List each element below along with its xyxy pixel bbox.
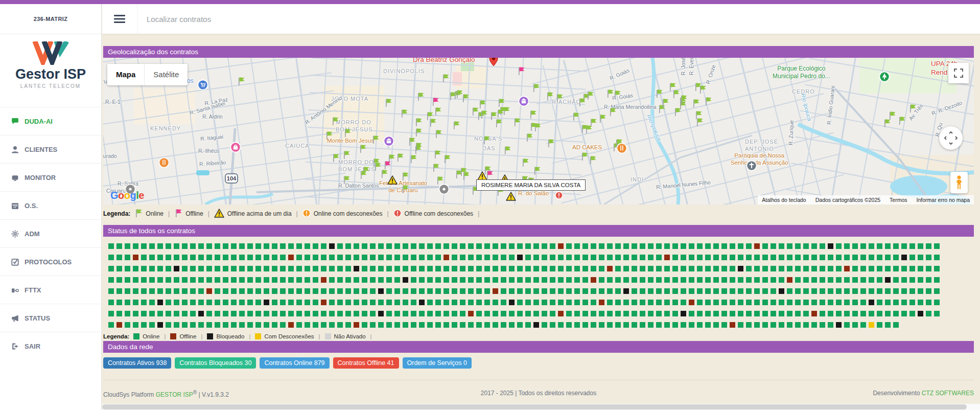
contract-square[interactable] (411, 255, 416, 260)
online-flag-marker[interactable] (503, 145, 511, 157)
contract-square[interactable] (116, 266, 122, 271)
online-flag-marker[interactable] (529, 109, 537, 121)
contract-square[interactable] (141, 266, 147, 271)
online-flag-marker[interactable] (613, 89, 621, 101)
contract-square[interactable] (476, 266, 482, 271)
contract-square[interactable] (607, 255, 613, 260)
contract-square[interactable] (550, 300, 555, 305)
online-flag-marker[interactable] (416, 92, 425, 103)
contract-square[interactable] (517, 266, 523, 271)
contract-square[interactable] (656, 266, 662, 271)
contract-square[interactable] (574, 300, 580, 305)
contract-square[interactable] (157, 300, 163, 305)
contract-square[interactable] (296, 266, 302, 271)
contract-square[interactable] (354, 300, 359, 305)
online-flag-marker[interactable] (371, 134, 380, 146)
online-flag-marker[interactable] (606, 88, 614, 100)
contract-square[interactable] (672, 277, 678, 283)
contract-square[interactable] (591, 300, 596, 305)
contract-square[interactable] (484, 288, 490, 294)
contract-square[interactable] (223, 300, 228, 305)
contract-square[interactable] (435, 288, 441, 294)
contract-square[interactable] (738, 243, 743, 249)
contract-square[interactable] (493, 311, 498, 316)
contract-square[interactable] (713, 288, 719, 294)
contract-square[interactable] (648, 243, 654, 249)
contract-square[interactable] (599, 266, 604, 271)
contract-square[interactable] (296, 288, 302, 294)
contract-square[interactable] (836, 277, 842, 283)
contract-square[interactable] (689, 300, 694, 305)
contract-square[interactable] (860, 311, 866, 316)
contract-square[interactable] (787, 300, 792, 305)
contract-square[interactable] (697, 300, 703, 305)
contract-square[interactable] (116, 255, 122, 260)
contract-square[interactable] (558, 288, 564, 294)
contract-square[interactable] (305, 300, 310, 305)
contract-square[interactable] (689, 255, 694, 260)
contract-square[interactable] (444, 277, 449, 283)
contract-square[interactable] (803, 311, 809, 316)
contract-square[interactable] (599, 277, 604, 283)
contract-square[interactable] (484, 322, 490, 328)
contract-square[interactable] (166, 322, 171, 328)
contract-square[interactable] (803, 322, 809, 328)
contract-square[interactable] (533, 288, 539, 294)
contract-square[interactable] (386, 288, 392, 294)
contract-square[interactable] (108, 322, 114, 328)
contract-square[interactable] (509, 322, 515, 328)
online-flag-marker[interactable] (698, 84, 707, 96)
contract-square[interactable] (296, 243, 302, 249)
contract-square[interactable] (239, 277, 245, 283)
contract-square[interactable] (869, 277, 874, 283)
online-flag-marker[interactable] (598, 113, 606, 125)
contract-square[interactable] (247, 243, 253, 249)
contract-square[interactable] (313, 243, 318, 249)
contract-square[interactable] (190, 255, 196, 260)
contract-square[interactable] (239, 311, 245, 316)
online-flag-marker[interactable] (580, 151, 589, 163)
contract-square[interactable] (632, 243, 637, 249)
online-flag-marker[interactable] (374, 162, 382, 173)
contract-square[interactable] (354, 255, 359, 260)
contract-square[interactable] (476, 311, 482, 316)
contract-square[interactable] (411, 266, 416, 271)
contract-square[interactable] (215, 243, 220, 249)
contract-square[interactable] (231, 300, 237, 305)
contract-square[interactable] (632, 266, 637, 271)
contract-square[interactable] (754, 266, 760, 271)
contract-square[interactable] (239, 255, 245, 260)
contract-square[interactable] (852, 300, 858, 305)
contract-square[interactable] (762, 300, 768, 305)
online-flag-marker[interactable] (580, 124, 589, 135)
sidebar-item-fttx[interactable]: FTTX (0, 276, 101, 304)
contract-square[interactable] (321, 243, 326, 249)
contract-square[interactable] (280, 266, 286, 271)
online-flag-marker[interactable] (478, 99, 486, 111)
search-input[interactable] (137, 15, 352, 24)
contract-square[interactable] (738, 277, 743, 283)
contract-square[interactable] (182, 255, 188, 260)
contract-square[interactable] (182, 266, 188, 271)
contract-square[interactable] (909, 288, 915, 294)
contract-square[interactable] (730, 300, 735, 305)
contract-square[interactable] (305, 288, 310, 294)
contract-square[interactable] (321, 255, 326, 260)
contract-square[interactable] (157, 322, 163, 328)
online-flag-marker[interactable] (237, 76, 245, 88)
contract-square[interactable] (484, 311, 490, 316)
contract-square[interactable] (574, 255, 580, 260)
contract-square[interactable] (721, 255, 727, 260)
contract-square[interactable] (533, 300, 539, 305)
contract-square[interactable] (493, 243, 498, 249)
contract-square[interactable] (738, 266, 743, 271)
contract-square[interactable] (525, 266, 531, 271)
contract-square[interactable] (721, 277, 727, 283)
contract-square[interactable] (615, 300, 621, 305)
offline-flag-marker[interactable] (517, 66, 525, 78)
online-flag-marker[interactable] (704, 96, 712, 108)
contract-square[interactable] (558, 311, 564, 316)
contract-square[interactable] (141, 288, 147, 294)
contract-square[interactable] (632, 255, 637, 260)
contract-square[interactable] (305, 322, 310, 328)
